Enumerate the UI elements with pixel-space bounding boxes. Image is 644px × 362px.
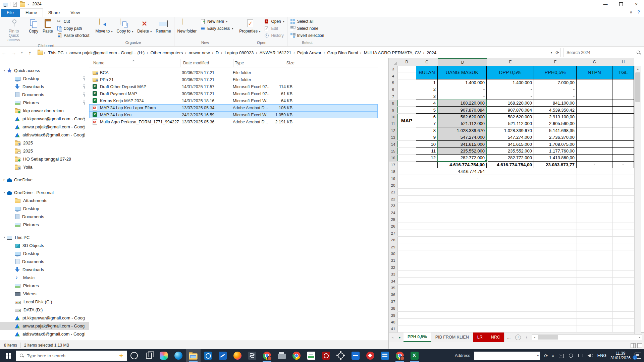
taskbar-app-fax[interactable] [274, 349, 289, 362]
horizontal-scrollbar[interactable]: ◂ ▸ [532, 334, 642, 340]
sheet-tab-pib-from-klien[interactable]: PIB FROM KLIEN [431, 333, 473, 342]
taskbar-app-scan[interactable] [348, 349, 363, 362]
hidden-icons-chevron[interactable]: ∧ [552, 354, 554, 358]
taskbar-app-anydesk[interactable] [363, 349, 378, 362]
sidebar-item-3d-objects[interactable]: 3D Objects [0, 241, 89, 249]
sidebar-item-documents[interactable]: Documents [0, 257, 89, 265]
sidebar-item-downloads[interactable]: Downloads [0, 82, 89, 90]
search-box[interactable]: Search 2024 [564, 48, 644, 57]
cell-E6[interactable]: - [487, 86, 534, 93]
file-row-pph-21[interactable]: PPh 2130/06/2025 17.21File folder [89, 76, 378, 83]
cell-C8[interactable]: 4 [416, 100, 438, 107]
back-button[interactable]: ← [0, 50, 8, 56]
tree-chevron-expanded-icon[interactable]: ▾ [2, 69, 7, 72]
sidebar-item-aldiswbtax6-gmail-com-googl-i[interactable]: aldiswbtax6@gmail.com - Googl... (I:) [0, 330, 89, 338]
taskbar-app-chrome-profile[interactable] [260, 349, 274, 362]
address-toolbar-input[interactable]: ▾ [474, 352, 540, 360]
taskbar-app-chrome[interactable] [289, 349, 304, 362]
cell-H10[interactable] [612, 114, 634, 120]
scroll-thumb[interactable] [635, 72, 640, 102]
close-button[interactable]: × [629, 0, 644, 8]
sheet-tab-[interactable]: ... [504, 333, 513, 342]
header-cell-tgl[interactable]: TGL [612, 66, 634, 79]
sidebar-item-videos[interactable]: Videos [0, 290, 89, 298]
sidebar-item-pictures[interactable]: Pictures [0, 221, 89, 229]
tree-chevron-expanded-icon[interactable]: ▾ [2, 236, 7, 239]
cell-C16[interactable]: 12 [416, 155, 438, 161]
cell-D5[interactable]: 1.400.000 [438, 79, 487, 86]
network-tray-icon[interactable] [578, 353, 584, 358]
row-header-14[interactable]: 14 [389, 141, 398, 148]
column-header-date-modified[interactable]: Date modified [181, 59, 234, 67]
sheet-tab-lr[interactable]: LR [473, 333, 487, 342]
row-header-8[interactable]: 8 [389, 100, 398, 107]
tab-home[interactable]: Home [20, 8, 43, 17]
row-header-13[interactable]: 13 [389, 134, 398, 141]
new-sheet-button[interactable]: + [515, 335, 521, 340]
page-layout-view-icon[interactable] [637, 343, 642, 348]
breadcrumb-item-anwar-pajak-gmail-com-googl-h[interactable]: anwar.pajak@gmail.com - Googl... (H:) [67, 50, 147, 56]
row-header-23[interactable]: 23 [389, 202, 398, 209]
cell-H5[interactable] [612, 79, 634, 86]
header-cell-ntpn[interactable]: NTPN [577, 66, 612, 79]
row-header-16[interactable]: 16 [389, 155, 398, 162]
taskbar-search[interactable]: Type here to search [16, 351, 127, 361]
cell-F13[interactable]: 2.736.370,00 [534, 134, 577, 141]
cell-H6[interactable] [612, 86, 634, 93]
file-row-map-24-lap-keu-lapor-eform[interactable]: MAP 24 Lap Keu Lapor Eform13/07/2025 05.… [89, 104, 378, 111]
cell-E7[interactable]: - [487, 93, 534, 100]
cell-E10[interactable]: 582.620.000 [487, 114, 534, 120]
scroll-left-icon[interactable]: ◂ [532, 336, 537, 339]
row-header-29[interactable]: 29 [389, 243, 398, 250]
start-button[interactable] [0, 349, 16, 362]
tab-view[interactable]: View [65, 9, 85, 17]
cell-D7[interactable]: - [438, 93, 487, 100]
row-header-31[interactable]: 31 [389, 257, 398, 264]
col-header-B[interactable]: B [397, 58, 416, 66]
cell-E13[interactable]: 547.274.000 [487, 134, 534, 141]
tab-file[interactable]: File [1, 9, 20, 17]
taskbar-app-bluebeam[interactable] [215, 349, 230, 362]
normal-view-icon[interactable] [631, 343, 636, 348]
cell-D8[interactable]: 168.220.000 [438, 100, 487, 107]
sidebar-item-music[interactable]: Music [0, 274, 89, 282]
new-folder-button[interactable]: New folder [176, 17, 198, 35]
sheet-tab-pph-0-5[interactable]: PPH 0,5% [404, 333, 431, 342]
invert-selection-button[interactable]: Invert selection [289, 33, 326, 39]
sidebar-item-local-disk-c[interactable]: Local Disk (C:) [0, 298, 89, 306]
cell-H13[interactable] [612, 134, 634, 141]
breadcrumb-item-other-computers[interactable]: Other computers [148, 50, 185, 56]
cell-E12[interactable]: 1.028.339.670 [487, 127, 534, 134]
edit-button[interactable]: Edit [263, 25, 285, 32]
taskbar-app-copilot[interactable] [156, 349, 171, 362]
cell-G9[interactable] [577, 107, 612, 113]
sidebar-item-2025[interactable]: 2025 [0, 139, 89, 147]
cell-D6[interactable]: - [438, 86, 487, 93]
cell-G5[interactable] [577, 79, 612, 86]
row-header-32[interactable]: 32 [389, 264, 398, 271]
file-row-draft-other-deposit-map[interactable]: Draft Other Deposit MAP14/01/2025 17.57M… [89, 83, 378, 90]
cell-G16[interactable] [577, 155, 612, 161]
cell-F16[interactable]: 1.413.860,00 [534, 155, 577, 161]
cell-H9[interactable] [612, 107, 634, 113]
breadcrumb-item-2024[interactable]: 2024 [425, 50, 438, 56]
row-header-18[interactable]: 18 [389, 168, 398, 175]
cell-C12[interactable]: 8 [416, 127, 438, 134]
notification-center-icon[interactable]: 7 [635, 353, 641, 359]
breadcrumb-item-this-pc[interactable]: This PC [46, 50, 65, 56]
sidebar-item-pt-kkpanwar-gmail-com-googl-g[interactable]: pt.kkpanwar@gmail.com - Googl (G:) [0, 314, 89, 322]
taskbar-app-acrobat[interactable] [319, 349, 333, 362]
sidebar-item-attachments[interactable]: Attachments [0, 196, 89, 204]
paste-button[interactable]: Paste [41, 17, 55, 35]
cell-F12[interactable]: 5.141.698,35 [534, 127, 577, 134]
sidebar-item-anwar-pajak-gmail-com-googl-h[interactable]: anwar.pajak@gmail.com - Googl... (H:) [0, 322, 89, 330]
sidebar-item-data-d[interactable]: DATA (D:) [0, 306, 89, 314]
cell-E11[interactable]: 521.112.000 [487, 120, 534, 127]
up-button[interactable]: ↑ [26, 50, 34, 56]
cell-F14[interactable]: 1.708.075,00 [534, 141, 577, 147]
cell-H12[interactable] [612, 127, 634, 134]
scroll-right-icon[interactable]: ▸ [637, 336, 642, 339]
select-all-corner[interactable] [389, 58, 398, 66]
row-header-39[interactable]: 39 [389, 312, 398, 319]
row-header-30[interactable]: 30 [389, 250, 398, 257]
